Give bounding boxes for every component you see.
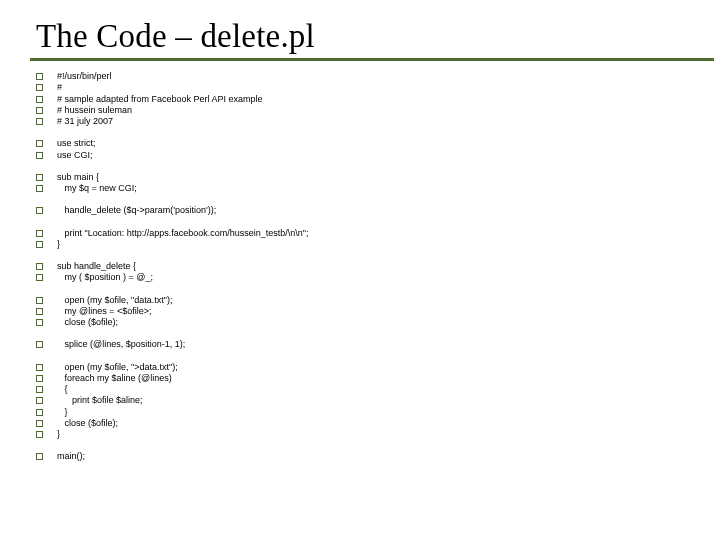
code-group: open (my $ofile, "data.txt"); my @lines … xyxy=(36,295,690,329)
code-line: # xyxy=(36,82,690,93)
code-line: open (my $ofile, ">data.txt"); xyxy=(36,362,690,373)
bullet-icon xyxy=(36,297,43,304)
code-text: # 31 july 2007 xyxy=(57,116,113,127)
code-line: use CGI; xyxy=(36,150,690,161)
bullet-icon xyxy=(36,453,43,460)
code-line: } xyxy=(36,407,690,418)
code-text: print $ofile $aline; xyxy=(57,395,143,406)
code-line: # 31 july 2007 xyxy=(36,116,690,127)
bullet-icon xyxy=(36,84,43,91)
code-group: handle_delete ($q->param('position')); xyxy=(36,205,690,216)
code-text: splice (@lines, $position-1, 1); xyxy=(57,339,185,350)
code-text: close ($ofile); xyxy=(57,418,118,429)
code-line: sub main { xyxy=(36,172,690,183)
bullet-icon xyxy=(36,386,43,393)
bullet-icon xyxy=(36,409,43,416)
code-group: #!/usr/bin/perl## sample adapted from Fa… xyxy=(36,71,690,127)
code-line: my ( $position ) = @_; xyxy=(36,272,690,283)
code-text: use CGI; xyxy=(57,150,93,161)
bullet-icon xyxy=(36,207,43,214)
bullet-icon xyxy=(36,397,43,404)
code-line: my @lines = <$ofile>; xyxy=(36,306,690,317)
code-text: # xyxy=(57,82,62,93)
code-text: my ( $position ) = @_; xyxy=(57,272,153,283)
bullet-icon xyxy=(36,308,43,315)
bullet-icon xyxy=(36,241,43,248)
code-line: main(); xyxy=(36,451,690,462)
code-group: sub handle_delete { my ( $position ) = @… xyxy=(36,261,690,284)
bullet-icon xyxy=(36,431,43,438)
code-text: # sample adapted from Facebook Perl API … xyxy=(57,94,263,105)
code-line: sub handle_delete { xyxy=(36,261,690,272)
code-text: } xyxy=(57,429,60,440)
code-text: open (my $ofile, "data.txt"); xyxy=(57,295,172,306)
code-line: } xyxy=(36,429,690,440)
code-line: my $q = new CGI; xyxy=(36,183,690,194)
bullet-icon xyxy=(36,174,43,181)
code-line: use strict; xyxy=(36,138,690,149)
code-text: my $q = new CGI; xyxy=(57,183,137,194)
bullet-icon xyxy=(36,375,43,382)
bullet-icon xyxy=(36,319,43,326)
code-line: foreach my $aline (@lines) xyxy=(36,373,690,384)
code-line: close ($ofile); xyxy=(36,418,690,429)
code-group: open (my $ofile, ">data.txt"); foreach m… xyxy=(36,362,690,441)
page-title: The Code – delete.pl xyxy=(36,18,690,55)
code-text: my @lines = <$ofile>; xyxy=(57,306,151,317)
bullet-icon xyxy=(36,140,43,147)
code-text: use strict; xyxy=(57,138,96,149)
code-text: #!/usr/bin/perl xyxy=(57,71,112,82)
code-text: main(); xyxy=(57,451,85,462)
code-line: { xyxy=(36,384,690,395)
code-text: sub handle_delete { xyxy=(57,261,136,272)
code-text: } xyxy=(57,407,68,418)
bullet-icon xyxy=(36,263,43,270)
bullet-icon xyxy=(36,73,43,80)
code-text: sub main { xyxy=(57,172,99,183)
code-text: # hussein suleman xyxy=(57,105,132,116)
slide: The Code – delete.pl #!/usr/bin/perl## s… xyxy=(0,0,720,540)
bullet-icon xyxy=(36,230,43,237)
code-text: handle_delete ($q->param('position')); xyxy=(57,205,216,216)
code-text: foreach my $aline (@lines) xyxy=(57,373,172,384)
bullet-icon xyxy=(36,107,43,114)
bullet-icon xyxy=(36,364,43,371)
bullet-icon xyxy=(36,96,43,103)
bullet-icon xyxy=(36,185,43,192)
bullet-icon xyxy=(36,420,43,427)
bullet-icon xyxy=(36,118,43,125)
code-line: # sample adapted from Facebook Perl API … xyxy=(36,94,690,105)
code-group: sub main { my $q = new CGI; xyxy=(36,172,690,195)
code-group: use strict;use CGI; xyxy=(36,138,690,161)
code-line: #!/usr/bin/perl xyxy=(36,71,690,82)
code-text: print "Location: http://apps.facebook.co… xyxy=(57,228,309,239)
title-underline xyxy=(30,58,714,61)
code-group: print "Location: http://apps.facebook.co… xyxy=(36,228,690,251)
code-line: print "Location: http://apps.facebook.co… xyxy=(36,228,690,239)
code-line: } xyxy=(36,239,690,250)
bullet-icon xyxy=(36,341,43,348)
code-text: open (my $ofile, ">data.txt"); xyxy=(57,362,178,373)
code-group: main(); xyxy=(36,451,690,462)
code-group: splice (@lines, $position-1, 1); xyxy=(36,339,690,350)
code-line: splice (@lines, $position-1, 1); xyxy=(36,339,690,350)
code-line: handle_delete ($q->param('position')); xyxy=(36,205,690,216)
code-line: # hussein suleman xyxy=(36,105,690,116)
code-text: close ($ofile); xyxy=(57,317,118,328)
code-content: #!/usr/bin/perl## sample adapted from Fa… xyxy=(36,71,690,463)
code-text: { xyxy=(57,384,68,395)
code-line: open (my $ofile, "data.txt"); xyxy=(36,295,690,306)
code-line: close ($ofile); xyxy=(36,317,690,328)
bullet-icon xyxy=(36,152,43,159)
code-line: print $ofile $aline; xyxy=(36,395,690,406)
bullet-icon xyxy=(36,274,43,281)
code-text: } xyxy=(57,239,60,250)
